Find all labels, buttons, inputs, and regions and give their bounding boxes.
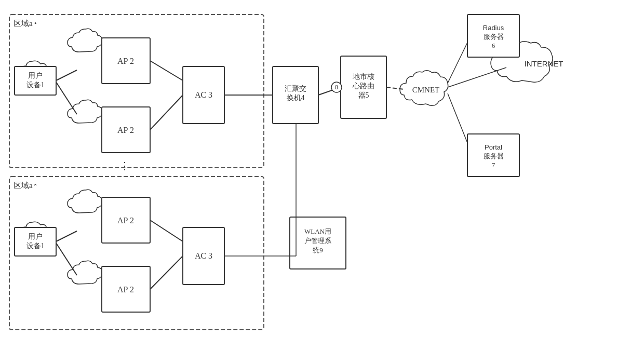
ac3-top-label: AC 3: [195, 90, 212, 99]
user1-top-label: 用户: [28, 72, 43, 79]
svg-text:服务器: 服务器: [484, 152, 504, 160]
svg-line-31: [448, 43, 467, 83]
region-a1-label: 区域a: [14, 19, 33, 28]
svg-text:ₙ: ₙ: [34, 181, 36, 187]
svg-line-32: [448, 93, 467, 143]
svg-text:6: 6: [492, 42, 495, 49]
ap2-top1-label: AP 2: [117, 57, 134, 65]
network-diagram: 区域a ₁ 区域a ₙ 用户 设备1 用户 设备1 AP 2 AP 2 AP 2…: [0, 0, 644, 337]
router5-label: 地市核: [352, 73, 374, 80]
ac3-bot-label: AC 3: [195, 251, 212, 260]
svg-text:7: 7: [492, 161, 495, 169]
switch4-label: 汇聚交: [285, 85, 306, 92]
region-aN-label: 区域a: [14, 181, 33, 190]
connector8-label: 8: [335, 84, 338, 91]
wlan9-label: WLAN用: [304, 227, 331, 235]
svg-line-15: [56, 70, 77, 80]
radius6-label1: Radius: [483, 24, 504, 32]
cloud-ap2-bot: [68, 261, 102, 284]
svg-text:设备1: 设备1: [26, 242, 45, 250]
ap2-bot2-label: AP 2: [117, 285, 134, 294]
svg-text:心路由: 心路由: [352, 82, 374, 90]
ap2-top2-label: AP 2: [117, 126, 134, 134]
dots-separator: ⋮: [119, 160, 130, 171]
svg-text:统9: 统9: [313, 246, 323, 254]
cloud-ap2-top: [68, 100, 102, 123]
internet-label: INTERNET: [525, 59, 564, 68]
svg-line-21: [150, 220, 183, 241]
user1-bot-label: 用户: [28, 233, 43, 240]
svg-line-22: [150, 256, 183, 289]
ap2-bot1-label: AP 2: [117, 216, 134, 225]
svg-line-16: [56, 82, 77, 114]
svg-text:器5: 器5: [358, 91, 369, 99]
svg-line-19: [56, 231, 77, 241]
svg-line-18: [150, 95, 183, 130]
portal7-label1: Portal: [485, 143, 502, 151]
svg-line-30: [448, 68, 506, 87]
cloud-ap1-top: [68, 29, 102, 52]
svg-text:₁: ₁: [34, 19, 36, 25]
svg-text:服务器: 服务器: [484, 33, 504, 41]
cmnet-label: CMNET: [412, 86, 440, 94]
svg-line-17: [150, 61, 183, 80]
svg-text:换机4: 换机4: [287, 94, 305, 102]
svg-line-20: [56, 243, 77, 275]
svg-text:设备1: 设备1: [26, 81, 45, 89]
svg-text:户管理系: 户管理系: [304, 237, 331, 245]
cloud-ap1-bot: [68, 190, 102, 213]
